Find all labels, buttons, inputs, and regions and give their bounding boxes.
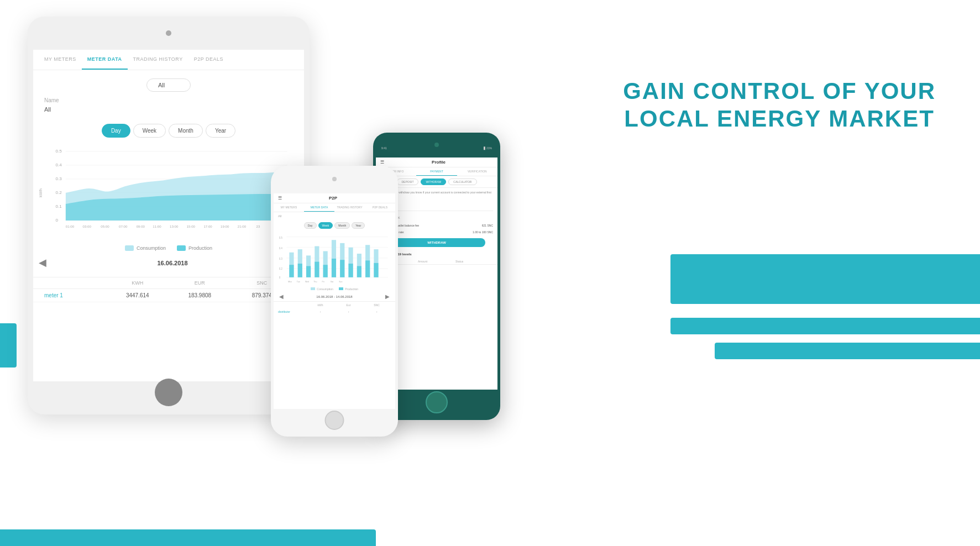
svg-rect-51	[340, 260, 344, 277]
phone-chart: 0.5 0.4 0.3 0.2 0	[274, 231, 395, 286]
svg-text:Thu: Thu	[313, 281, 317, 283]
phone-white-camera	[332, 177, 337, 181]
tablet-tab-nav: MY METERS METER DATA TRADING HISTORY P2P…	[33, 50, 304, 70]
phone-nav-arrow-left[interactable]: ◀	[279, 293, 284, 300]
svg-text:Sat: Sat	[331, 281, 334, 283]
svg-text:07:00: 07:00	[119, 225, 128, 228]
filter-row: All Meter 1	[33, 70, 304, 95]
svg-rect-49	[323, 265, 328, 277]
chart-legend: Consumption Production	[33, 243, 304, 254]
dark-hamburger-icon[interactable]: ☰	[380, 160, 384, 165]
svg-text:0.5: 0.5	[55, 149, 62, 154]
svg-text:Tue: Tue	[297, 281, 300, 283]
meter-link[interactable]: meter 1	[44, 292, 63, 298]
phone-nav-arrow-right[interactable]: ▶	[385, 293, 390, 300]
phone-col-snc: SNC	[363, 303, 391, 307]
svg-rect-52	[349, 264, 353, 277]
teal-bar-right-3	[715, 343, 980, 359]
svg-text:19:00: 19:00	[221, 225, 229, 228]
phone-legend-production: Production	[339, 287, 358, 291]
phone-table-row: distributor - - -	[274, 308, 395, 315]
phone-hamburger-icon[interactable]: ☰	[278, 196, 282, 201]
tab-my-meters[interactable]: MY METERS	[39, 50, 82, 70]
tab-meter-data[interactable]: METER DATA	[82, 50, 128, 70]
phone-btn-month[interactable]: Month	[334, 222, 350, 229]
tagline-line2: LOCAL ENERGY MARKET	[623, 105, 936, 133]
svg-text:0: 0	[55, 218, 58, 223]
teal-bar-right-1	[670, 254, 980, 304]
svg-text:0.3: 0.3	[55, 176, 62, 181]
svg-text:17:00: 17:00	[203, 225, 212, 228]
dark-balance-2-value: 1.00 to 100 SNC	[473, 230, 493, 234]
col-header-eur: Eur	[169, 280, 231, 286]
svg-rect-53	[357, 266, 361, 277]
phone-tab-p2p[interactable]: P2P DEALS	[365, 203, 395, 212]
svg-text:05:00: 05:00	[101, 225, 109, 228]
dark-tab-payment[interactable]: PAYMENT	[416, 167, 457, 176]
phone-top-bar: ☰ P2P	[274, 193, 395, 203]
phone-tab-trading[interactable]: TRADING HISTORY	[334, 203, 365, 212]
phone-row-name[interactable]: distributor	[278, 310, 306, 313]
phone-row-eur: -	[334, 310, 363, 313]
dark-tab-deposit[interactable]: DEPOSIT	[397, 179, 419, 185]
phone-row-snc: -	[363, 310, 391, 313]
legend-consumption-label: Consumption	[137, 245, 166, 251]
name-label: Name	[33, 95, 304, 106]
time-btn-day[interactable]: Day	[102, 124, 130, 138]
svg-text:23: 23	[256, 225, 260, 228]
time-btn-month[interactable]: Month	[169, 124, 203, 138]
tablet-home-button[interactable]	[155, 379, 182, 406]
dark-tab-withdraw[interactable]: WITHDRAW	[421, 179, 446, 185]
svg-text:Wed: Wed	[305, 281, 309, 283]
phone-dark-home-button[interactable]	[426, 391, 448, 413]
svg-text:0.4: 0.4	[279, 247, 282, 250]
dark-tab-verification[interactable]: VERIFICATION	[457, 167, 497, 176]
filter-select[interactable]: All Meter 1	[146, 78, 191, 92]
svg-text:11:00: 11:00	[153, 225, 161, 228]
svg-rect-50	[332, 259, 336, 277]
tab-p2p-deals[interactable]: P2P DEALS	[188, 50, 229, 70]
dark-phone-title: Profile	[384, 160, 493, 165]
phone-nav-date: 16.06.2018 - 14.06.2018	[316, 295, 352, 298]
svg-text:01:00: 01:00	[66, 225, 75, 228]
chart-area: kWh 0.5 0.4 0.3 0.2 0.1 0	[33, 143, 304, 243]
dark-withdraw-button[interactable]: WITHDRAW	[388, 238, 485, 247]
svg-rect-45	[289, 265, 294, 277]
dark-tab-calculator[interactable]: CALCULATOR	[448, 179, 476, 185]
dark-tx-col-status: Status	[455, 260, 493, 263]
phone-btn-day[interactable]: Day	[304, 222, 317, 229]
phone-legend-consumption: Consumption	[311, 287, 333, 291]
svg-text:13:00: 13:00	[170, 225, 179, 228]
legend-consumption-color	[125, 245, 134, 251]
svg-text:Sun: Sun	[339, 281, 342, 283]
chart-y-label: kWh	[38, 188, 43, 197]
phone-filter: All	[274, 212, 395, 220]
time-btn-week[interactable]: Week	[133, 124, 166, 138]
svg-rect-47	[306, 266, 311, 277]
phone-white-home-button[interactable]	[325, 411, 344, 430]
phone-btn-year[interactable]: Year	[352, 222, 365, 229]
table-header: kWh Eur SNC	[33, 277, 304, 289]
legend-production-label: Production	[188, 245, 212, 251]
tablet-screen: MY METERS METER DATA TRADING HISTORY P2P…	[33, 50, 304, 381]
svg-text:03:00: 03:00	[83, 225, 92, 228]
phone-tab-my-meters[interactable]: MY METERS	[274, 203, 304, 212]
phone-row-kwh: -	[306, 310, 334, 313]
phone-col-name	[278, 303, 306, 307]
tagline: GAIN CONTROL OF YOUR LOCAL ENERGY MARKET	[623, 77, 936, 133]
svg-rect-46	[298, 264, 302, 277]
teal-bar-right-2	[670, 318, 980, 334]
phone-title: P2P	[282, 196, 384, 201]
svg-rect-54	[365, 260, 370, 277]
tab-trading-history[interactable]: TRADING HISTORY	[128, 50, 188, 70]
svg-text:0: 0	[279, 276, 281, 279]
legend-consumption: Consumption	[125, 245, 166, 251]
phone-tab-meter-data[interactable]: METER DATA	[304, 203, 334, 212]
nav-arrow-left[interactable]: ◀	[39, 256, 46, 269]
phone-chart-legend: Consumption Production	[274, 286, 395, 292]
legend-production: Production	[177, 245, 212, 251]
phone-btn-week[interactable]: Week	[318, 222, 333, 229]
data-table: kWh Eur SNC meter 1 3447.614 183.9808 87…	[33, 277, 304, 302]
row-kwh: 3447.614	[107, 292, 169, 298]
time-btn-year[interactable]: Year	[206, 124, 235, 138]
